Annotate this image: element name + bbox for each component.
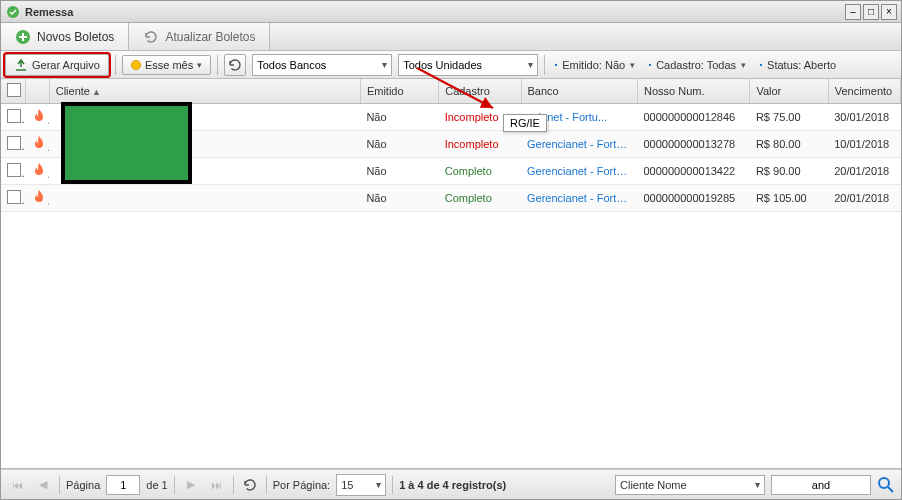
period-label: Esse mês: [145, 59, 193, 71]
separator: [392, 476, 393, 494]
reload-button[interactable]: [240, 475, 260, 495]
minimize-button[interactable]: –: [845, 4, 861, 20]
tab-novos-boletos[interactable]: Novos Boletos: [1, 23, 129, 50]
yellow-dot-icon: [131, 60, 141, 70]
flame-icon: [31, 108, 47, 124]
row-checkbox[interactable]: [7, 190, 21, 204]
col-emitido[interactable]: Emitido: [360, 79, 438, 104]
cell-banco[interactable]: Gerencianet - Fortu...: [521, 131, 637, 158]
col-checkbox[interactable]: [1, 79, 25, 104]
tab-label: Atualizar Boletos: [165, 30, 255, 44]
pager-summary: 1 à 4 de 4 registro(s): [399, 479, 506, 491]
table-row[interactable]: NãoCompletoGerencianet - Fortu...0000000…: [1, 185, 901, 212]
cell-banco[interactable]: Gerencianet - Fortu...: [521, 158, 637, 185]
table-row[interactable]: NãoIncompletoGerencianet - Fortu...00000…: [1, 131, 901, 158]
toolbar-tabs: Novos Boletos Atualizar Boletos: [1, 23, 901, 51]
separator: [115, 55, 116, 75]
cell-vencimento: 20/01/2018: [828, 185, 900, 212]
cell-nosso-num: 000000000013278: [637, 131, 749, 158]
cell-emitido: Não: [360, 185, 438, 212]
cell-nosso-num: 000000000013422: [637, 158, 749, 185]
cell-cliente: [49, 185, 360, 212]
separator: [217, 55, 218, 75]
cell-valor: R$ 80.00: [750, 131, 828, 158]
app-icon: [5, 4, 21, 20]
period-filter[interactable]: Esse mês ▾: [122, 55, 211, 75]
col-cadastro[interactable]: Cadastro: [439, 79, 521, 104]
filter-cadastro[interactable]: Cadastro: Todas ▾: [645, 59, 750, 71]
col-icon: [25, 79, 49, 104]
separator: [544, 55, 545, 75]
filter-label: Status: Aberto: [767, 59, 836, 71]
pager: ⏮ ◀ Página de 1 ▶ ⏭ Por Página: 15 1 à 4…: [1, 469, 901, 499]
cell-cadastro: Completo: [439, 158, 521, 185]
col-vencimento[interactable]: Vencimento: [828, 79, 900, 104]
combo-value: Todos Unidades: [403, 59, 482, 71]
separator: [59, 476, 60, 494]
per-page-label: Por Página:: [273, 479, 330, 491]
cell-vencimento: 10/01/2018: [828, 131, 900, 158]
filter-emitido[interactable]: Emitido: Não ▾: [551, 59, 639, 71]
cell-cliente: [49, 104, 360, 131]
export-icon: [14, 58, 28, 72]
combo-value: Cliente Nome: [620, 479, 687, 491]
refresh-filters-button[interactable]: [224, 54, 246, 76]
last-page-button[interactable]: ⏭: [207, 475, 227, 495]
combo-value: Todos Bancos: [257, 59, 326, 71]
separator: [174, 476, 175, 494]
filter-label: Emitido: Não: [562, 59, 625, 71]
next-page-button[interactable]: ▶: [181, 475, 201, 495]
unidades-combo[interactable]: Todos Unidades: [398, 54, 538, 76]
table-row[interactable]: NãoCompletoGerencianet - Fortu...0000000…: [1, 158, 901, 185]
row-checkbox[interactable]: [7, 163, 21, 177]
button-label: Gerar Arquivo: [32, 59, 100, 71]
close-button[interactable]: ×: [881, 4, 897, 20]
plus-circle-icon: [15, 29, 31, 45]
col-valor[interactable]: Valor: [750, 79, 828, 104]
col-label: Banco: [528, 85, 559, 97]
row-checkbox[interactable]: [7, 136, 21, 150]
cell-banco[interactable]: Gerencianet - Fortu...: [521, 185, 637, 212]
search-field-combo[interactable]: Cliente Nome: [615, 475, 765, 495]
col-label: Vencimento: [835, 85, 892, 97]
col-label: Emitido: [367, 85, 404, 97]
sort-asc-icon: ▲: [92, 87, 101, 97]
col-nosso-num[interactable]: Nosso Num.: [637, 79, 749, 104]
cell-emitido: Não: [360, 131, 438, 158]
cell-nosso-num: 000000000019285: [637, 185, 749, 212]
first-page-button[interactable]: ⏮: [7, 475, 27, 495]
gerar-arquivo-button[interactable]: Gerar Arquivo: [5, 54, 109, 76]
col-banco[interactable]: Banco: [521, 79, 637, 104]
prev-page-button[interactable]: ◀: [33, 475, 53, 495]
table-row[interactable]: NãoIncompletoncianet - Fortu...000000000…: [1, 104, 901, 131]
col-cliente[interactable]: Cliente▲: [49, 79, 360, 104]
flame-icon: [31, 135, 47, 151]
cell-valor: R$ 105.00: [750, 185, 828, 212]
cell-cadastro: Incompleto: [439, 131, 521, 158]
tab-label: Novos Boletos: [37, 30, 114, 44]
blue-dot-icon: [649, 64, 651, 66]
per-page-combo[interactable]: 15: [336, 474, 386, 496]
search-op-input[interactable]: [771, 475, 871, 495]
cell-nosso-num: 000000000012846: [637, 104, 749, 131]
row-checkbox[interactable]: [7, 109, 21, 123]
tooltip-text: RG/IE: [510, 117, 540, 129]
filter-status[interactable]: Status: Aberto: [756, 59, 840, 71]
flame-icon: [31, 189, 47, 205]
cell-vencimento: 20/01/2018: [828, 158, 900, 185]
chevron-down-icon: ▾: [630, 60, 635, 70]
cell-valor: R$ 90.00: [750, 158, 828, 185]
bancos-combo[interactable]: Todos Bancos: [252, 54, 392, 76]
tab-atualizar-boletos[interactable]: Atualizar Boletos: [129, 23, 270, 50]
grid-area: Cliente▲ Emitido Cadastro Banco Nosso Nu…: [1, 79, 901, 469]
cell-cliente: [49, 131, 360, 158]
col-label: Cliente: [56, 85, 90, 97]
of-label: de 1: [146, 479, 167, 491]
maximize-button[interactable]: □: [863, 4, 879, 20]
search-icon[interactable]: [877, 476, 895, 494]
page-input[interactable]: [106, 475, 140, 495]
cell-cadastro: Completo: [439, 185, 521, 212]
chevron-down-icon: ▾: [741, 60, 746, 70]
blue-dot-icon: [555, 64, 557, 66]
checkbox-icon[interactable]: [7, 83, 21, 97]
